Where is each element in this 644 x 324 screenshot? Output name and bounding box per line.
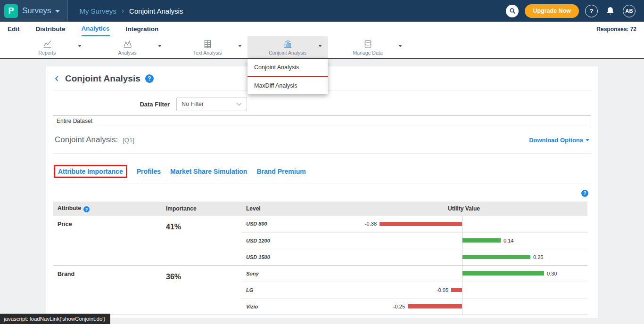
back-button[interactable]: [54, 75, 60, 82]
data-filter-label: Data Filter: [53, 101, 170, 108]
download-options-label: Download Options: [529, 137, 583, 144]
chevron-down-icon[interactable]: [158, 45, 162, 47]
breadcrumb-current: Conjoint Analysis: [129, 7, 183, 15]
level-label: Sony: [241, 265, 357, 282]
survey-nav: EditDistributeAnalyticsIntegration Respo…: [0, 22, 644, 36]
utility-bar-cell: -0.25: [357, 298, 587, 315]
chevron-left-icon: [54, 75, 60, 82]
help-button[interactable]: ?: [585, 5, 598, 17]
title-help-icon[interactable]: ?: [145, 74, 154, 83]
data-filter-value: No Filter: [182, 101, 204, 107]
table-row: Price41%USD 800-0.38: [53, 216, 587, 232]
page-body: Conjoint Analysis ? Data Filter No Filte…: [0, 59, 644, 318]
upgrade-now-button[interactable]: Upgrade Now: [525, 4, 579, 18]
subnav-items: EditDistributeAnalyticsIntegration: [8, 22, 158, 36]
avatar[interactable]: AB: [623, 5, 636, 17]
toolbar-item-label: Analysis: [118, 50, 136, 56]
header-attribute: Attribute?: [53, 202, 161, 216]
attribute-help-icon[interactable]: ?: [83, 206, 90, 212]
tab-brand-premium[interactable]: Brand Premium: [256, 168, 305, 175]
utility-value-label: -0.38: [365, 221, 377, 227]
topbar-actions: Upgrade Now ? AB: [506, 4, 644, 18]
page-title: Conjoint Analysis: [65, 73, 140, 84]
toolbar-items: ReportsAnalysisText AnalysisConjoint Ana…: [7, 36, 408, 58]
table-row: Brand36%Sony0.30: [53, 265, 587, 282]
status-tooltip: javascript: loadNavLink('showConjoint.do…: [0, 314, 110, 324]
dropdown-item-conjoint-analysis[interactable]: Conjoint Analysis: [248, 59, 328, 76]
toolbar-item-text-analysis[interactable]: Text Analysis: [167, 36, 248, 58]
header-level: Level: [241, 202, 357, 216]
attribute-name: Brand: [53, 265, 161, 315]
utility-bar-cell: 0.30: [357, 265, 587, 282]
chevron-down-icon: [586, 139, 589, 141]
utility-value-label: -0.25: [393, 304, 405, 309]
utility-bar: [380, 222, 462, 226]
search-icon: [509, 7, 516, 15]
table-help-icon[interactable]: ?: [581, 190, 588, 197]
chevron-down-icon: [55, 10, 60, 13]
chevron-down-icon: [236, 102, 242, 106]
utility-bar-group: -0.25: [393, 299, 462, 315]
bell-icon: [605, 6, 615, 16]
header-importance: Importance: [161, 202, 241, 216]
utility-bar-cell: -0.05: [357, 282, 587, 298]
dropdown-item-maxdiff-analysis[interactable]: MaxDiff Analysis: [248, 77, 328, 94]
nav-tab-analytics[interactable]: Analytics: [82, 22, 110, 36]
result-tabs: Attribute ImportanceProfilesMarket Share…: [53, 165, 591, 178]
utility-bar: [408, 304, 462, 308]
question-reference: [Q1]: [123, 137, 134, 144]
level-label: Vizio: [241, 298, 357, 315]
toolbar-item-manage-data[interactable]: Manage Data: [328, 36, 408, 58]
chevron-right-icon: ›: [122, 7, 124, 15]
header-utility-value: Utility Value: [357, 202, 587, 216]
chevron-down-icon[interactable]: [238, 45, 242, 47]
level-label: USD 1500: [241, 249, 357, 265]
topbar: P Surveys My Surveys › Conjoint Analysis…: [0, 0, 644, 22]
chevron-down-icon[interactable]: [398, 45, 402, 47]
download-options-link[interactable]: Download Options: [529, 137, 589, 144]
nav-tab-edit[interactable]: Edit: [8, 22, 20, 36]
toolbar-item-conjoint-analysis[interactable]: Conjoint Analysis: [248, 36, 328, 58]
utility-bar: [462, 271, 544, 275]
responses-count: Responses: 72: [596, 26, 636, 32]
toolbar-item-reports[interactable]: Reports: [7, 36, 87, 58]
utility-bar-group: 0.30: [462, 266, 557, 282]
breadcrumb-my-surveys[interactable]: My Surveys: [79, 7, 116, 15]
tab-attribute-importance[interactable]: Attribute Importance: [54, 165, 127, 178]
importance-value: 36%: [161, 265, 241, 315]
utility-bar-group: -0.05: [437, 282, 462, 298]
divider: [53, 153, 591, 154]
toolbar-item-label: Reports: [39, 50, 56, 56]
utility-table-body: Price41%USD 800-0.38USD 12000.14USD 1500…: [53, 216, 587, 315]
conjoint-dropdown: Conjoint AnalysisMaxDiff Analysis: [248, 59, 328, 94]
utility-table: Attribute? Importance Level Utility Valu…: [53, 202, 587, 315]
tab-market-share-simulation[interactable]: Market Share Simulation: [170, 168, 247, 175]
nav-tab-integration[interactable]: Integration: [126, 22, 159, 36]
data-filter-row: Data Filter No Filter: [53, 97, 591, 111]
table-help-row: ?: [53, 190, 591, 197]
chevron-down-icon[interactable]: [318, 45, 322, 47]
utility-bar: [462, 255, 530, 259]
utility-bar-cell: 0.14: [357, 232, 587, 249]
toolbar-item-label: Conjoint Analysis: [269, 50, 306, 56]
utility-bar-cell: -0.38: [357, 216, 587, 232]
utility-bar: [462, 238, 501, 243]
utility-bar-group: 0.25: [462, 249, 543, 265]
analysis-chart-icon: [123, 39, 132, 49]
attribute-name: Price: [53, 216, 161, 265]
toolbar-item-analysis[interactable]: Analysis: [87, 36, 167, 58]
dataset-field[interactable]: [53, 115, 591, 126]
search-button[interactable]: [506, 5, 519, 17]
chevron-down-icon[interactable]: [78, 45, 82, 47]
utility-value-label: -0.05: [437, 287, 448, 293]
utility-value-label: 0.14: [504, 238, 513, 243]
utility-bar-group: 0.14: [462, 233, 513, 249]
product-switcher[interactable]: P Surveys: [0, 0, 68, 22]
toolbar-item-label: Manage Data: [353, 50, 382, 56]
nav-tab-distribute[interactable]: Distribute: [36, 22, 66, 36]
notifications-button[interactable]: [604, 5, 617, 17]
tab-profiles[interactable]: Profiles: [137, 168, 161, 175]
product-label: Surveys: [22, 6, 51, 16]
database-icon: [363, 39, 373, 49]
data-filter-select[interactable]: No Filter: [176, 97, 247, 111]
